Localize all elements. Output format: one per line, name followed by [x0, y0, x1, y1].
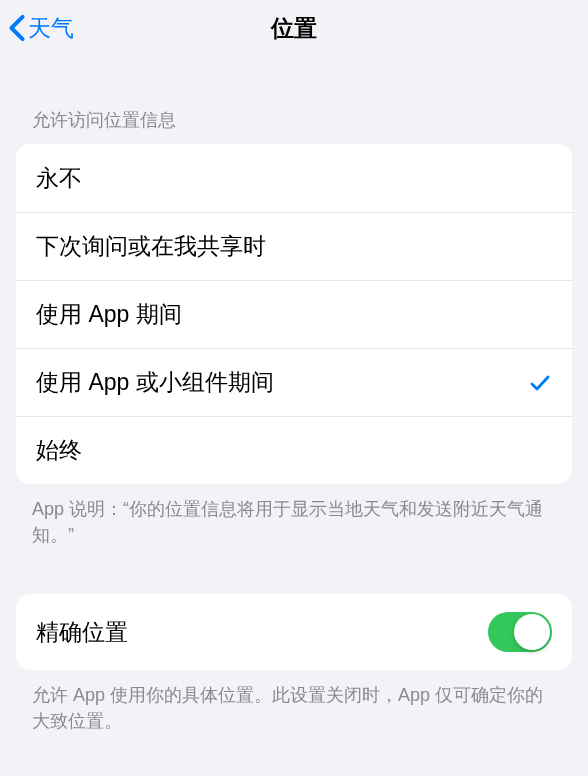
- access-option-ask-next-time[interactable]: 下次询问或在我共享时: [16, 212, 572, 280]
- precise-location-cell[interactable]: 精确位置: [16, 594, 572, 670]
- precise-location-label: 精确位置: [36, 617, 128, 648]
- precise-location-toggle[interactable]: [488, 612, 552, 652]
- navigation-bar: 天气 位置: [0, 0, 588, 56]
- option-label: 下次询问或在我共享时: [36, 231, 266, 262]
- option-label: 使用 App 期间: [36, 299, 182, 330]
- access-option-never[interactable]: 永不: [16, 144, 572, 212]
- access-option-while-using[interactable]: 使用 App 期间: [16, 280, 572, 348]
- option-label: 始终: [36, 435, 82, 466]
- toggle-knob: [514, 614, 550, 650]
- chevron-left-icon: [8, 14, 26, 42]
- access-option-while-using-or-widgets[interactable]: 使用 App 或小组件期间: [16, 348, 572, 416]
- checkmark-icon: [528, 371, 552, 395]
- page-title: 位置: [271, 13, 317, 44]
- precise-section-footer: 允许 App 使用你的具体位置。此设置关闭时，App 仅可确定你的大致位置。: [0, 670, 588, 734]
- access-option-always[interactable]: 始终: [16, 416, 572, 484]
- access-section-header: 允许访问位置信息: [0, 56, 588, 144]
- access-section-footer: App 说明：“你的位置信息将用于显示当地天气和发送附近天气通知。”: [0, 484, 588, 548]
- back-label: 天气: [28, 13, 74, 44]
- access-options-group: 永不 下次询问或在我共享时 使用 App 期间 使用 App 或小组件期间 始终: [16, 144, 572, 484]
- option-label: 使用 App 或小组件期间: [36, 367, 274, 398]
- back-button[interactable]: 天气: [8, 13, 74, 44]
- option-label: 永不: [36, 163, 82, 194]
- precise-location-group: 精确位置: [16, 594, 572, 670]
